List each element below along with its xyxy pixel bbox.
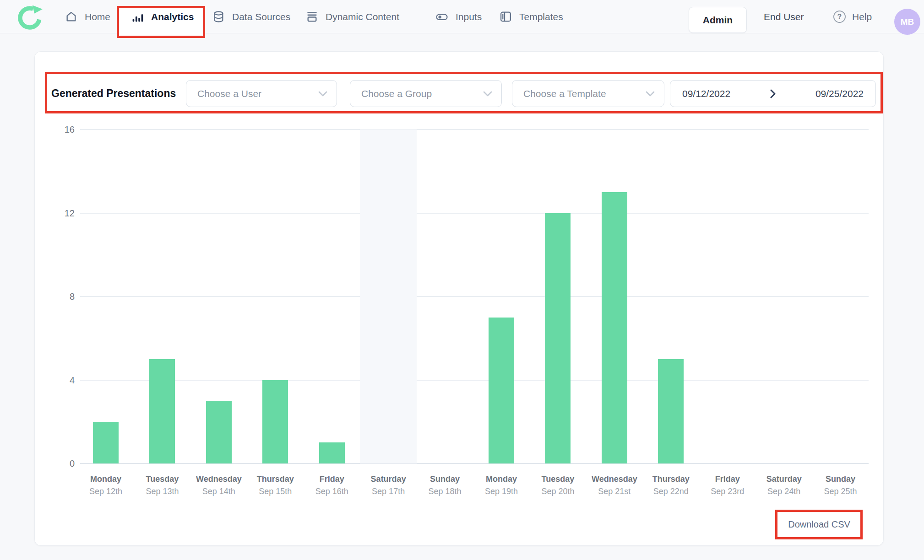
top-navbar: Home Analytics Data Sources	[0, 0, 924, 33]
chevron-down-icon	[483, 91, 492, 97]
chart-bar[interactable]	[93, 422, 119, 463]
nav-label-inputs: Inputs	[456, 11, 482, 22]
nav-label-home: Home	[85, 11, 110, 22]
help-button[interactable]: ? Help	[833, 0, 872, 33]
question-mark-icon: ?	[833, 11, 846, 23]
admin-role-button[interactable]: Admin	[689, 7, 747, 33]
nav-label-templates: Templates	[519, 11, 563, 22]
nav-item-templates[interactable]: Templates	[500, 0, 563, 33]
chart-bar[interactable]	[149, 359, 175, 463]
nav-label-dynamic-content: Dynamic Content	[326, 11, 399, 22]
end-date[interactable]: 09/25/2022	[815, 88, 864, 99]
nav-item-data-sources[interactable]: Data Sources	[212, 0, 290, 33]
app-logo-icon[interactable]	[16, 4, 44, 32]
nav-label-analytics: Analytics	[151, 11, 194, 22]
nav-label-data-sources: Data Sources	[232, 11, 290, 22]
download-csv-button[interactable]: Download CSV	[781, 513, 858, 535]
chevron-down-icon	[646, 91, 655, 97]
layout-columns-icon	[500, 11, 512, 23]
end-user-role-button[interactable]: End User	[764, 0, 804, 33]
chart-bar[interactable]	[319, 442, 345, 463]
chart-bar[interactable]	[262, 380, 288, 464]
start-date[interactable]: 09/12/2022	[682, 88, 730, 99]
chevron-down-icon	[318, 91, 327, 97]
user-dropdown-placeholder: Choose a User	[197, 88, 261, 99]
template-dropdown[interactable]: Choose a Template	[512, 80, 664, 107]
chart-bar[interactable]	[602, 192, 627, 463]
template-dropdown-placeholder: Choose a Template	[523, 88, 606, 99]
nav-item-analytics[interactable]: Analytics	[131, 0, 194, 33]
toggle-icon	[435, 11, 448, 23]
database-icon	[212, 11, 225, 23]
chart-bar[interactable]	[545, 213, 571, 464]
date-range-picker[interactable]: 09/12/2022 09/25/2022	[670, 80, 876, 107]
chart-bar[interactable]	[658, 359, 684, 463]
chevron-right-icon	[770, 89, 776, 98]
analytics-panel	[34, 51, 884, 546]
stacked-content-icon	[306, 11, 318, 23]
nav-item-dynamic-content[interactable]: Dynamic Content	[306, 0, 399, 33]
home-icon	[65, 11, 77, 23]
bar-chart-icon	[131, 11, 144, 23]
help-label: Help	[852, 11, 872, 22]
page-title: Generated Presentations	[51, 87, 176, 100]
app-window: Home Analytics Data Sources	[0, 0, 924, 560]
group-dropdown-placeholder: Choose a Group	[361, 88, 432, 99]
nav-item-inputs[interactable]: Inputs	[435, 0, 482, 33]
user-dropdown[interactable]: Choose a User	[186, 80, 337, 107]
group-dropdown[interactable]: Choose a Group	[350, 80, 502, 107]
chart-bar[interactable]	[489, 318, 514, 463]
nav-item-home[interactable]: Home	[65, 0, 110, 33]
chart-bar[interactable]	[206, 401, 232, 463]
user-avatar[interactable]: MB	[894, 9, 920, 35]
